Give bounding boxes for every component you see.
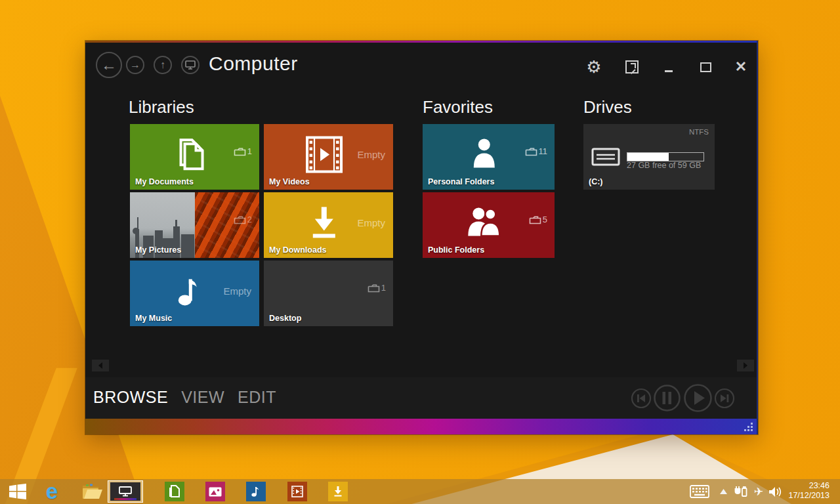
fullscreen-button[interactable] [621,56,643,78]
videos-app-icon [287,482,307,501]
maximize-button[interactable] [694,56,717,78]
folder-count: 11 [539,146,548,156]
folder-icon [234,215,246,224]
tile-label: My Pictures [135,245,181,255]
download-arrow-icon [304,203,343,242]
tile-my-documents[interactable]: 1 My Documents [130,124,259,190]
minimize-button[interactable] [658,56,680,78]
expand-icon [625,60,639,74]
scroll-left-button[interactable] [92,360,109,371]
hard-drive-icon [591,148,620,166]
media-controls [639,377,757,419]
back-button[interactable]: ← [96,52,122,78]
empty-status: Empty [357,217,385,228]
forward-arrow-icon: → [130,59,140,71]
music-app-icon [246,482,266,501]
tile-drive-c[interactable]: NTFS 27 GB free of 59 GB (C:) [583,124,715,190]
menu-edit[interactable]: EDIT [238,388,276,407]
back-arrow-icon: ← [101,56,117,74]
file-explorer-icon [82,483,103,500]
folder-count: 1 [381,283,386,293]
downloads-app-button[interactable] [328,479,348,504]
tile-label: (C:) [589,177,603,186]
close-icon: ✕ [735,58,747,75]
drive-usage-text: 27 GB free of 59 GB [627,161,701,170]
folder-count-badge: 1 [234,146,252,156]
power-icon[interactable] [732,479,749,504]
folder-count: 1 [247,146,252,156]
settings-button[interactable]: ⚙ [583,56,605,78]
internet-explorer-icon: e [46,482,58,501]
windows-logo-icon [9,484,26,499]
pictures-app-button[interactable] [205,479,225,504]
up-button[interactable]: ↑ [154,56,172,74]
videos-app-button[interactable] [287,479,307,504]
filesystem-label: NTFS [689,128,709,136]
pause-button[interactable] [653,384,681,412]
play-button[interactable] [683,383,713,413]
minimize-icon [665,70,673,72]
clock-time: 23:46 [777,481,830,491]
keyboard-icon[interactable] [688,479,711,504]
documents-icon [169,134,210,175]
people-icon [463,203,505,242]
menu-browse[interactable]: BROWSE [93,388,168,407]
desktop: ← → ↑ Computer ⚙ ✕ Libraries Favorites D… [0,0,840,504]
tile-label: My Videos [269,177,310,186]
documents-app-icon [165,482,184,501]
music-app-button[interactable] [246,479,266,504]
active-app-tile [110,482,140,501]
menu-view[interactable]: VIEW [181,388,224,407]
folder-count-badge: 2 [234,215,252,224]
scroll-right-icon [744,362,747,369]
drive-usage-bar [627,152,704,161]
taskbar-clock[interactable]: 23:46 17/12/2013 [777,481,830,501]
resize-grip-icon[interactable] [744,423,753,432]
tile-desktop[interactable]: 1 Desktop [264,261,393,326]
tile-my-downloads[interactable]: Empty My Downloads [264,192,393,258]
person-icon [464,135,503,174]
tile-label: My Downloads [269,245,327,255]
drive-usage-fill [627,153,669,161]
tile-public-folders[interactable]: 5 Public Folders [423,192,555,258]
gear-icon: ⚙ [586,57,601,77]
explorer-window: ← → ↑ Computer ⚙ ✕ Libraries Favorites D… [85,41,758,434]
maximize-icon [700,62,711,72]
filmstrip-icon [305,136,343,174]
forward-button[interactable]: → [126,56,144,74]
skip-previous-button[interactable] [631,388,652,409]
start-button[interactable] [7,479,29,504]
folder-count: 2 [247,215,252,224]
downloads-app-icon [328,482,348,501]
tile-personal-folders[interactable]: 11 Personal Folders [423,124,555,190]
airplane-mode-icon[interactable]: ✈ [751,479,766,504]
scroll-right-button[interactable] [737,360,754,371]
tile-my-videos[interactable]: Empty My Videos [264,124,393,190]
monitor-icon [119,486,132,497]
active-app-button[interactable] [108,480,143,503]
folder-icon [234,147,246,156]
monitor-icon [185,60,196,70]
tile-label: Desktop [269,314,301,323]
empty-status: Empty [357,149,385,160]
close-button[interactable]: ✕ [730,56,752,78]
clock-date: 17/12/2013 [777,491,830,501]
section-title-drives: Drives [583,97,632,117]
app-bar-menus: BROWSE VIEW EDIT [93,388,276,407]
folder-count-badge: 5 [529,215,547,224]
show-hidden-icons-chevron[interactable] [717,479,730,504]
pictures-app-icon [205,482,225,501]
folder-count: 5 [543,215,547,224]
tile-my-music[interactable]: Empty My Music [130,261,259,326]
folder-icon [529,215,541,224]
empty-status: Empty [223,285,251,297]
location-button[interactable] [181,56,200,74]
folder-icon [368,284,380,293]
internet-explorer-button[interactable]: e [39,479,64,504]
page-title: Computer [209,52,298,75]
section-title-libraries: Libraries [129,97,194,117]
documents-app-button[interactable] [165,479,184,504]
skip-next-button[interactable] [714,388,735,409]
file-explorer-button[interactable] [80,479,105,504]
tile-my-pictures[interactable]: 2 My Pictures [130,192,259,258]
